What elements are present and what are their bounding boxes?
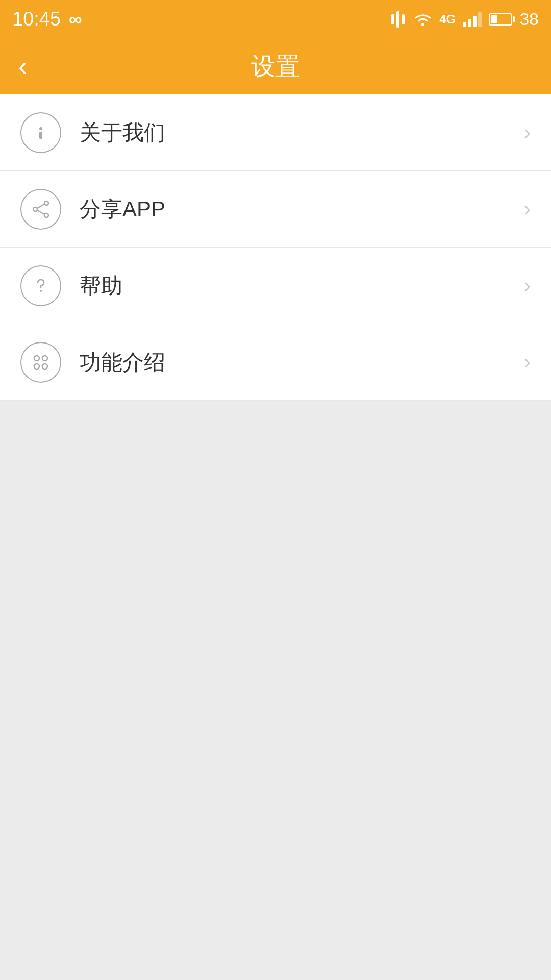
share-icon-wrap bbox=[20, 189, 61, 230]
svg-rect-2 bbox=[39, 132, 42, 139]
menu-item-features[interactable]: 功能介绍 › bbox=[0, 324, 551, 401]
svg-point-3 bbox=[44, 201, 48, 205]
header: ‹ 设置 bbox=[0, 38, 551, 94]
svg-point-0 bbox=[421, 23, 424, 26]
empty-area bbox=[0, 401, 551, 980]
features-label: 功能介绍 bbox=[80, 348, 524, 377]
vibrate-icon bbox=[391, 11, 407, 28]
menu-item-share[interactable]: 分享APP › bbox=[0, 171, 551, 248]
svg-point-8 bbox=[40, 290, 42, 292]
chevron-right-icon: › bbox=[524, 351, 531, 374]
page-title: 设置 bbox=[251, 50, 300, 83]
signal-icon bbox=[463, 12, 482, 27]
menu-item-help[interactable]: 帮助 › bbox=[0, 248, 551, 324]
wifi-icon bbox=[414, 12, 432, 27]
svg-point-4 bbox=[33, 207, 37, 211]
settings-list: 关于我们 › 分享APP › 帮助 › bbox=[0, 94, 551, 401]
chevron-right-icon: › bbox=[524, 121, 531, 144]
menu-item-about[interactable]: 关于我们 › bbox=[0, 94, 551, 171]
status-time: 10:45 bbox=[12, 8, 61, 30]
features-icon bbox=[30, 351, 52, 374]
chevron-right-icon: › bbox=[524, 198, 531, 220]
info-icon bbox=[30, 121, 52, 144]
about-label: 关于我们 bbox=[80, 118, 524, 147]
status-right: 4G 38 bbox=[391, 9, 539, 29]
status-bar: 10:45 ∞ 4G bbox=[0, 0, 551, 38]
share-label: 分享APP bbox=[80, 195, 524, 224]
chevron-right-icon: › bbox=[524, 274, 531, 297]
svg-line-7 bbox=[37, 210, 44, 214]
svg-point-9 bbox=[34, 356, 39, 361]
features-icon-wrap bbox=[20, 342, 61, 383]
svg-point-12 bbox=[42, 364, 47, 369]
svg-line-6 bbox=[37, 204, 44, 208]
battery-icon bbox=[489, 13, 512, 26]
svg-point-10 bbox=[42, 356, 47, 361]
svg-point-5 bbox=[44, 213, 48, 217]
share-icon bbox=[30, 198, 52, 220]
back-button[interactable]: ‹ bbox=[18, 53, 27, 80]
battery-level: 38 bbox=[519, 9, 539, 29]
status-left: 10:45 ∞ bbox=[12, 8, 82, 30]
help-icon-wrap bbox=[20, 265, 61, 306]
infinity-icon: ∞ bbox=[69, 9, 82, 30]
help-label: 帮助 bbox=[80, 272, 524, 300]
lte-icon: 4G bbox=[439, 12, 456, 27]
about-icon-wrap bbox=[20, 112, 61, 153]
help-icon bbox=[30, 275, 52, 297]
svg-point-11 bbox=[34, 364, 39, 369]
svg-point-1 bbox=[39, 127, 42, 130]
